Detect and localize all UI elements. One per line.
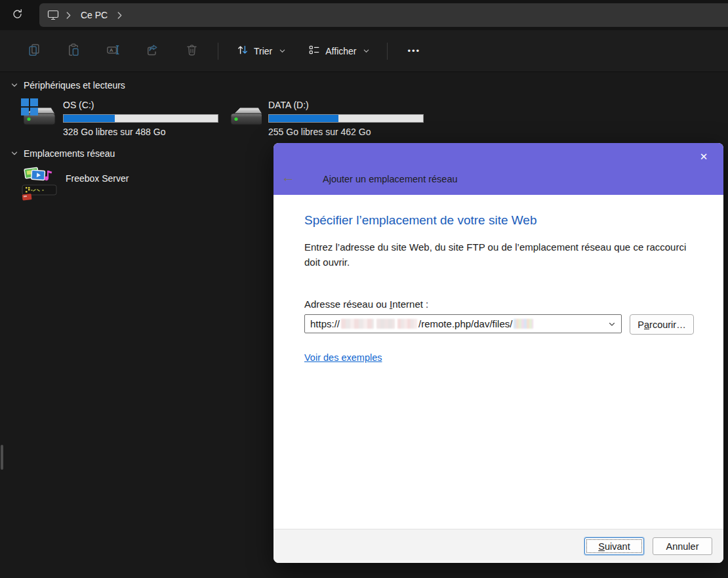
cancel-button[interactable]: Annuler	[653, 537, 712, 555]
network-item-label: Freebox Server	[66, 173, 129, 203]
drive-free-space: 255 Go libres sur 462 Go	[268, 127, 424, 137]
dialog-header: ← Ajouter un emplacement réseau ✕	[273, 143, 723, 195]
address-label: Adresse réseau ou Internet :	[304, 299, 697, 310]
dialog-body: Spécifier l’emplacement de votre site We…	[273, 195, 723, 363]
delete-button[interactable]	[177, 38, 206, 64]
drive-item-os-c[interactable]: OS (C:) 328 Go libres sur 488 Go	[18, 97, 223, 137]
browse-button[interactable]: Parcourir…	[630, 314, 694, 335]
section-header-drives[interactable]: Périphériques et lecteurs	[10, 80, 125, 91]
drive-free-space: 328 Go libres sur 488 Go	[63, 127, 218, 137]
address-bar[interactable]: Ce PC	[39, 3, 728, 27]
address-input[interactable]: https:// /remote.php/dav/files/	[304, 314, 622, 333]
address-value-path: /remote.php/dav/files/	[418, 318, 512, 329]
refresh-icon	[12, 9, 23, 22]
command-bar: A Trier Afficher •••	[0, 30, 728, 72]
paste-button[interactable]	[59, 38, 88, 64]
paste-icon	[67, 43, 80, 59]
chevron-down-icon	[10, 81, 18, 89]
section-label: Emplacements réseau	[24, 148, 115, 159]
scrollbar-thumb[interactable]	[1, 445, 3, 470]
sort-label: Trier	[254, 46, 272, 56]
dialog-heading: Spécifier l’emplacement de votre site We…	[304, 213, 697, 228]
drive-name: OS (C:)	[63, 100, 218, 110]
trash-icon	[186, 43, 198, 59]
copy-icon	[28, 43, 41, 59]
svg-text:A: A	[109, 47, 113, 53]
next-button[interactable]: Suivant	[584, 537, 644, 555]
address-value-prefix: https://	[310, 318, 340, 329]
breadcrumb-item-ce-pc[interactable]: Ce PC	[78, 9, 110, 22]
share-button[interactable]	[138, 38, 167, 64]
breadcrumb-chevron-icon	[66, 12, 71, 19]
back-arrow-icon[interactable]: ←	[281, 170, 295, 184]
sort-menu-button[interactable]: Trier	[230, 39, 293, 63]
redacted-segment	[514, 319, 533, 329]
section-header-network[interactable]: Emplacements réseau	[10, 148, 115, 159]
rename-button[interactable]: A	[98, 38, 127, 64]
examples-link[interactable]: Voir des exemples	[304, 352, 382, 363]
chevron-down-icon	[279, 47, 286, 54]
dialog-footer: Suivant Annuler	[273, 529, 723, 563]
view-icon	[308, 44, 320, 58]
rename-icon: A	[106, 43, 120, 59]
title-bar: Ce PC	[0, 0, 728, 30]
drive-icon	[228, 97, 262, 131]
media-server-icon	[20, 165, 59, 203]
dialog-title: Ajouter un emplacement réseau	[323, 174, 458, 184]
refresh-button[interactable]	[5, 4, 29, 26]
redacted-segment	[341, 319, 374, 329]
more-options-button[interactable]: •••	[399, 41, 428, 61]
copy-button[interactable]	[20, 38, 49, 64]
add-network-location-dialog: ← Ajouter un emplacement réseau ✕ Spécif…	[273, 143, 723, 563]
drive-usage-fill	[269, 115, 338, 122]
sort-icon	[237, 44, 249, 58]
section-label: Périphériques et lecteurs	[24, 80, 125, 91]
network-item-freebox[interactable]: Freebox Server	[20, 165, 129, 203]
redacted-segment	[376, 319, 395, 329]
drive-usage-fill	[64, 115, 115, 122]
close-icon: ✕	[700, 151, 708, 163]
redacted-segment	[397, 319, 417, 329]
chevron-down-icon	[10, 150, 18, 157]
chevron-down-icon	[363, 47, 370, 54]
drive-item-data-d[interactable]: DATA (D:) 255 Go libres sur 462 Go	[228, 97, 432, 137]
drive-usage-bar	[268, 114, 424, 123]
share-icon	[146, 43, 159, 59]
combobox-chevron-icon[interactable]	[608, 320, 616, 328]
breadcrumb-chevron-icon[interactable]	[117, 12, 123, 19]
close-button[interactable]: ✕	[695, 148, 713, 165]
drive-name: DATA (D:)	[268, 100, 424, 110]
drive-icon	[18, 97, 56, 131]
dialog-instructions: Entrez l’adresse du site Web, du site FT…	[304, 240, 697, 270]
toolbar-divider	[387, 43, 388, 60]
drive-usage-bar	[63, 114, 218, 123]
view-label: Afficher	[325, 46, 356, 56]
this-pc-icon	[47, 10, 59, 20]
view-menu-button[interactable]: Afficher	[302, 39, 376, 63]
toolbar-divider	[218, 43, 218, 60]
